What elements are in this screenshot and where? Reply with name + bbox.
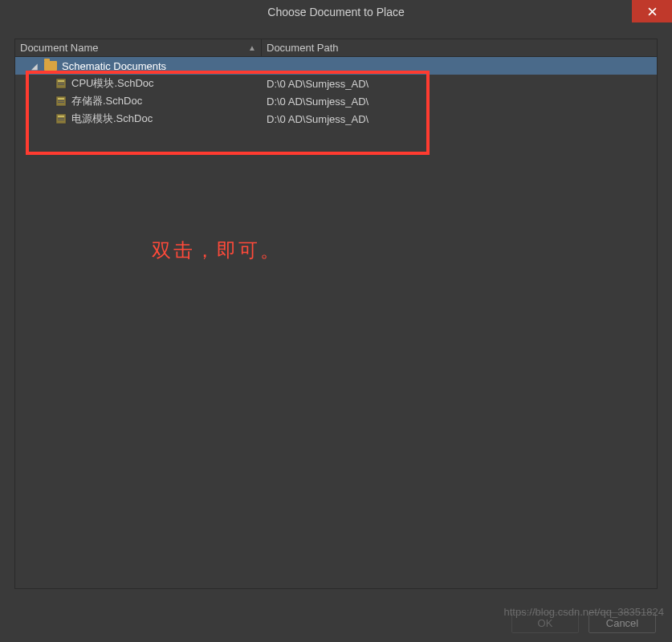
tree-cell-path: D:\0 AD\Sumjess_AD\ [262,95,657,108]
tree-cell-path: D:\0 AD\Sumjess_AD\ [262,78,657,90]
tree-file-name: 存储器.SchDoc [71,94,142,108]
tree-file-name: CPU模块.SchDoc [71,76,154,91]
tree-cell-path: D:\0 AD\Sumjess_AD\ [262,113,657,125]
folder-icon [44,61,57,71]
tree-cell-name: 电源模块.SchDoc [15,110,262,128]
tree-folder-label: Schematic Documents [62,60,166,72]
close-icon [648,7,657,16]
svg-rect-11 [58,116,64,117]
tree-file-row[interactable]: CPU模块.SchDoc D:\0 AD\Sumjess_AD\ [15,75,657,92]
tree-file-path: D:\0 AD\Sumjess_AD\ [267,78,369,90]
schematic-file-icon [55,113,67,124]
tree-file-path: D:\0 AD\Sumjess_AD\ [267,113,369,125]
schematic-file-icon [55,78,67,89]
svg-rect-12 [58,118,64,119]
tree-file-row[interactable]: 电源模块.SchDoc D:\0 AD\Sumjess_AD\ [15,110,657,128]
dialog-window: Choose Document to Place Document Name ▲… [0,0,672,642]
collapse-icon[interactable]: ◢ [30,62,39,71]
tree-cell-name: ◢ Schematic Documents [15,57,262,75]
ok-button[interactable]: OK [511,612,579,633]
column-header-name[interactable]: Document Name ▲ [15,39,262,56]
svg-rect-9 [58,102,64,103]
document-tree: ◢ Schematic Documents CPU模块.SchDoc D:\0 … [15,57,657,588]
svg-rect-5 [58,84,64,85]
button-bar: OK Cancel [0,603,672,642]
tree-file-name: 电源模块.SchDoc [71,112,153,126]
tree-file-path: D:\0 AD\Sumjess_AD\ [267,95,369,108]
column-header-name-label: Document Name [20,42,99,54]
tree-cell-name: CPU模块.SchDoc [15,75,262,92]
cancel-button[interactable]: Cancel [589,612,656,633]
annotation-text: 双击，即可。 [152,238,282,263]
dialog-title: Choose Document to Place [0,6,672,18]
content-frame: Document Name ▲ Document Path ◢ Schemati… [14,39,658,589]
vertical-scrollbar[interactable] [646,75,656,587]
tree-file-row[interactable]: 存储器.SchDoc D:\0 AD\Sumjess_AD\ [15,92,657,110]
schematic-file-icon [55,95,67,107]
titlebar: Choose Document to Place [0,0,672,24]
ok-button-label: OK [538,617,553,629]
svg-rect-8 [58,100,64,101]
column-headers: Document Name ▲ Document Path [15,39,657,57]
tree-cell-name: 存储器.SchDoc [15,92,262,110]
svg-rect-3 [58,80,64,82]
svg-rect-7 [58,98,64,100]
tree-folder-schematic-documents[interactable]: ◢ Schematic Documents [15,57,657,75]
svg-rect-13 [58,120,64,120]
cancel-button-label: Cancel [606,617,638,629]
column-header-path[interactable]: Document Path [262,39,657,56]
column-header-path-label: Document Path [267,42,339,54]
svg-rect-4 [58,83,64,83]
sort-ascending-icon: ▲ [248,43,256,52]
close-button[interactable] [632,0,672,22]
